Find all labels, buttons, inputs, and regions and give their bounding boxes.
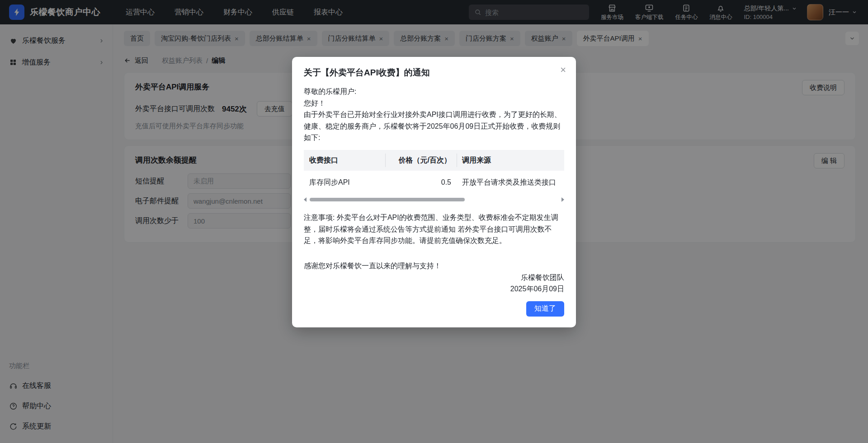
close-icon[interactable]: × bbox=[560, 65, 566, 75]
confirm-button[interactable]: 知道了 bbox=[526, 301, 564, 317]
scroll-left-icon[interactable] bbox=[304, 197, 307, 202]
fee-table-header-interface: 收费接口 bbox=[304, 150, 385, 171]
fee-interface-cell: 库存同步API bbox=[304, 171, 385, 194]
notice-text: 注意事项: 外卖平台么对于API的收费范围、业务类型、收费标准会不定期发生调整，… bbox=[304, 212, 564, 247]
fee-table-row: 库存同步API 0.5 开放平台请求类及推送类接口 bbox=[304, 171, 564, 194]
fee-table-header-source: 调用来源 bbox=[457, 150, 564, 171]
dialog-title: 关于【外卖平台API收费】的通知 bbox=[304, 67, 564, 79]
fee-table: 收费接口 价格（元/百次） 调用来源 库存同步API 0.5 开放平台请求类及推… bbox=[304, 150, 564, 202]
api-fee-notice-dialog: 关于【外卖平台API收费】的通知 × 尊敬的乐檬用户: 您好！ 由于外卖平台已开… bbox=[292, 57, 576, 327]
table-horizontal-scrollbar bbox=[304, 197, 564, 202]
scroll-right-icon[interactable] bbox=[561, 197, 564, 202]
signature-text: 乐檬餐饮团队 bbox=[304, 272, 564, 284]
date-text: 2025年06月09日 bbox=[304, 283, 564, 295]
fee-source-cell: 开放平台请求类及推送类接口 bbox=[457, 171, 564, 194]
thanks-text: 感谢您对乐檬餐饮一直以来的理解与支持！ bbox=[304, 260, 564, 272]
scrollbar-track[interactable] bbox=[309, 198, 559, 201]
scrollbar-thumb[interactable] bbox=[310, 198, 465, 201]
hello-text: 您好！ bbox=[304, 98, 564, 109]
intro-text: 由于外卖平台已开始对全行业对接外卖API接口调用进行收费，为了更好的长期、健康、… bbox=[304, 109, 564, 144]
fee-price-cell: 0.5 bbox=[385, 171, 457, 194]
fee-table-header-price: 价格（元/百次） bbox=[385, 150, 457, 171]
greeting-text: 尊敬的乐檬用户: bbox=[304, 86, 564, 98]
